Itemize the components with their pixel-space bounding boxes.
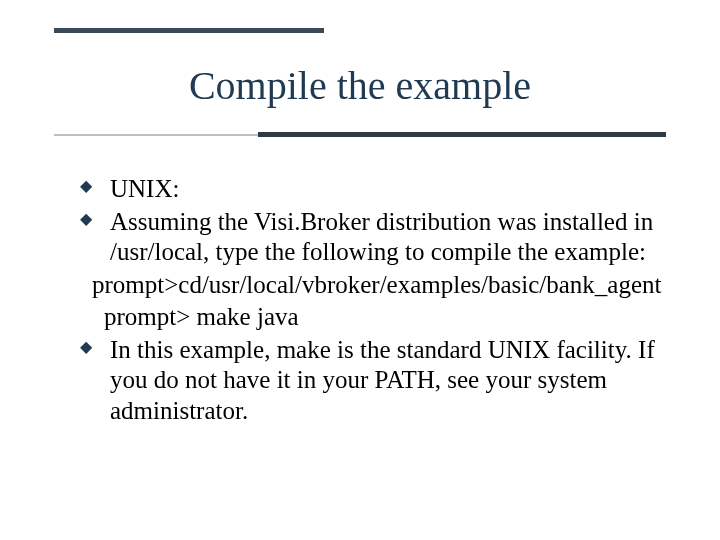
list-item: prompt>cd/usr/local/vbroker/examples/bas… xyxy=(80,270,665,301)
slide-title: Compile the example xyxy=(0,62,720,109)
bullet-icon: ◆ xyxy=(80,340,94,354)
list-item-text: UNIX: xyxy=(110,175,179,202)
list-item: ◆ In this example, make is the standard … xyxy=(80,335,665,427)
bullet-icon: ◆ xyxy=(80,179,94,193)
list-item: prompt> make java xyxy=(80,302,665,333)
list-item-text: Assuming the Visi.Broker distribution wa… xyxy=(110,208,653,266)
list-item: ◆ UNIX: xyxy=(80,174,665,205)
list-item-text: prompt>cd/usr/local/vbroker/examples/bas… xyxy=(92,271,661,298)
list-item-text: prompt> make java xyxy=(104,303,299,330)
decoration-mid-line-light xyxy=(54,134,258,136)
decoration-top-line xyxy=(54,28,324,33)
list-item-text: In this example, make is the standard UN… xyxy=(110,336,655,424)
bullet-icon: ◆ xyxy=(80,212,94,226)
list-item: ◆ Assuming the Visi.Broker distribution … xyxy=(80,207,665,268)
slide-body: ◆ UNIX: ◆ Assuming the Visi.Broker distr… xyxy=(80,174,665,428)
decoration-mid-line-dark xyxy=(258,132,666,137)
